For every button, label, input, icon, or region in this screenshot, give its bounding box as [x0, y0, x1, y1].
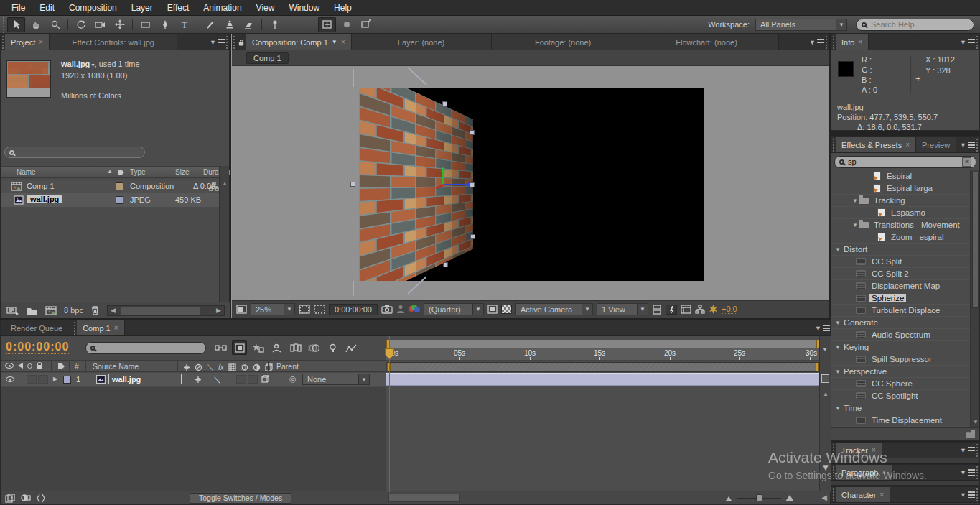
show-snapshot-icon[interactable] [396, 305, 405, 314]
layer-name[interactable]: wall.jpg [108, 374, 182, 384]
clear-search-icon[interactable]: × [962, 157, 971, 167]
panel-menu-icon[interactable]: ▼ [809, 34, 824, 50]
effects-scrollbar[interactable]: ▼ [970, 170, 979, 427]
layer-3d-switch[interactable] [261, 375, 270, 384]
comp-mini-flowchart-icon[interactable] [213, 340, 228, 355]
timeline-track-area[interactable]: 00s 05s 10s 15s 20s 25s 30s [386, 336, 819, 492]
active-camera-dropdown[interactable]: Active Camera▼ [515, 303, 593, 315]
interpret-footage-icon[interactable] [6, 305, 19, 315]
preset-item[interactable]: Espiral [831, 170, 979, 182]
tab-preview[interactable]: Preview [916, 137, 956, 152]
column-size[interactable]: Size [175, 168, 189, 176]
timeline-search-input[interactable] [95, 344, 189, 353]
layer-duration-bar[interactable] [386, 373, 820, 386]
panel-menu-icon[interactable]: ▼ [960, 487, 975, 502]
menu-file[interactable]: File [4, 3, 32, 13]
current-time-display[interactable]: 0:00:00:00 [6, 340, 69, 354]
panel-grip[interactable] [975, 34, 979, 50]
effect-category[interactable]: ▼Distort [831, 244, 979, 256]
time-ruler[interactable]: 00s 05s 10s 15s 20s 25s 30s [386, 348, 820, 361]
project-search-box[interactable] [4, 147, 145, 158]
scroll-left-icon[interactable]: ◀ [821, 494, 827, 501]
column-name[interactable]: Name [17, 168, 36, 176]
pan-behind-tool[interactable] [111, 17, 129, 32]
tab-paragraph[interactable]: Paragraph× [836, 465, 892, 480]
label-column-icon[interactable] [118, 170, 124, 175]
scroll-down-icon[interactable]: ▼ [821, 463, 830, 473]
menu-effect[interactable]: Effect [160, 3, 196, 13]
disclosure-icon[interactable]: ▼ [834, 369, 841, 375]
layer-handle[interactable] [470, 234, 475, 239]
layer-label-chip[interactable] [63, 376, 71, 384]
column-type[interactable]: Type [130, 168, 146, 176]
tab-footage[interactable]: Footage: (none) [492, 34, 635, 50]
puppet-pin-tool[interactable] [266, 17, 284, 32]
effect-category[interactable]: ▼Perspective [831, 366, 979, 378]
effect-item[interactable]: Turbulent Displace [831, 305, 979, 317]
menu-composition[interactable]: Composition [62, 3, 124, 13]
effect-item-selected[interactable]: Spherize [831, 292, 979, 305]
effect-category[interactable]: ▼Keying [831, 341, 979, 353]
close-icon[interactable]: × [858, 38, 862, 46]
comp-button-icon[interactable] [821, 374, 829, 383]
tab-dropdown-icon[interactable]: ▼ [332, 39, 337, 45]
effect-item[interactable]: CC Split [831, 256, 979, 268]
menu-help[interactable]: Help [327, 3, 359, 13]
panel-menu-icon[interactable]: ▼ [960, 465, 975, 480]
transparency-grid-icon[interactable] [501, 305, 512, 314]
wall-layer-3d[interactable] [359, 88, 473, 281]
comp-marker-bin-icon[interactable]: ▼ [822, 346, 828, 353]
safe-margins-icon[interactable] [299, 305, 310, 314]
effect-item[interactable]: CC Spotlight [831, 390, 979, 402]
effect-item[interactable]: CC Sphere [831, 378, 979, 390]
column-number[interactable]: # [75, 362, 79, 371]
effect-item[interactable]: Displacement Map [831, 280, 979, 292]
close-icon[interactable]: × [872, 446, 876, 454]
preset-item[interactable]: Espasmo [831, 207, 979, 219]
bit-depth-button[interactable]: 8 bpc [64, 306, 83, 315]
tab-timeline-comp1[interactable]: Comp 1× [77, 320, 124, 335]
eraser-tool[interactable] [240, 17, 258, 32]
menu-edit[interactable]: Edit [32, 3, 62, 13]
panel-grip[interactable] [1, 16, 6, 33]
brainstorm-icon[interactable] [325, 340, 340, 355]
parent-pickwhip-icon[interactable]: ◎ [289, 374, 297, 384]
comp-crumb-button[interactable]: Comp 1 [246, 52, 289, 64]
pen-tool[interactable] [156, 17, 174, 32]
tab-layer[interactable]: Layer: (none) [352, 34, 492, 50]
panel-grip[interactable] [975, 487, 979, 502]
view-axis-mode-button[interactable] [357, 17, 375, 32]
preset-folder[interactable]: ▼Tracking [831, 195, 979, 207]
tab-render-queue[interactable]: Render Queue [1, 320, 73, 335]
solo-cell[interactable] [38, 375, 48, 384]
tab-composition[interactable]: Composition: Comp 1 ▼ × [246, 34, 352, 50]
preset-folder[interactable]: ▼Transitions - Movement [831, 219, 979, 231]
snapshot-camera-icon[interactable] [381, 305, 393, 314]
disclosure-icon[interactable]: ▼ [834, 344, 841, 351]
zoom-out-icon[interactable] [726, 496, 732, 501]
menu-window[interactable]: Window [281, 3, 327, 13]
panel-grip[interactable] [225, 34, 229, 50]
tab-flowchart[interactable]: Flowchart: (none) [635, 34, 779, 50]
project-row-comp1[interactable]: Comp 1 Composition Δ 0:00 [1, 180, 220, 193]
footer-timecode[interactable]: 0:00:00:00 [329, 304, 378, 315]
zoom-tool[interactable] [46, 17, 64, 32]
hide-shy-layers-icon[interactable] [269, 340, 284, 355]
close-icon[interactable]: × [39, 38, 43, 46]
draft-3d-icon[interactable] [251, 340, 266, 355]
effect-category[interactable]: ▼Time [831, 402, 979, 414]
disclosure-icon[interactable]: ▼ [834, 320, 841, 326]
type-tool[interactable]: T [175, 17, 193, 32]
zoom-in-icon[interactable] [785, 495, 794, 501]
disclosure-icon[interactable]: ▼ [834, 405, 841, 412]
layer-row-wall[interactable]: ▶ 1 wall.jpg ＼ ◎ None▼ [1, 373, 386, 386]
menu-animation[interactable]: Animation [196, 3, 248, 13]
lock-icon[interactable] [239, 42, 243, 45]
composition-viewer[interactable] [232, 66, 829, 300]
help-search-box[interactable] [856, 19, 974, 31]
menu-layer[interactable]: Layer [124, 3, 160, 13]
disclosure-icon[interactable]: ▼ [834, 246, 841, 253]
hand-tool[interactable] [27, 17, 45, 32]
share-view-icon[interactable] [652, 305, 662, 315]
tab-tracker[interactable]: Tracker× [836, 443, 882, 458]
